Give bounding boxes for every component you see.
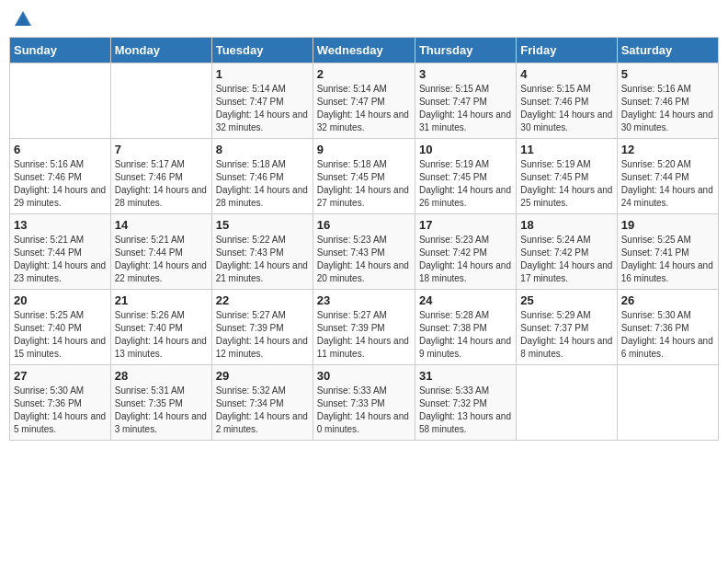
day-number: 16 — [317, 218, 411, 232]
calendar-cell: 18Sunrise: 5:24 AM Sunset: 7:42 PM Dayli… — [517, 214, 617, 290]
calendar-cell: 26Sunrise: 5:30 AM Sunset: 7:36 PM Dayli… — [617, 290, 718, 365]
calendar-cell: 17Sunrise: 5:23 AM Sunset: 7:42 PM Dayli… — [415, 214, 516, 290]
calendar-cell: 15Sunrise: 5:22 AM Sunset: 7:43 PM Dayli… — [211, 214, 313, 290]
calendar-cell: 30Sunrise: 5:33 AM Sunset: 7:33 PM Dayli… — [313, 365, 415, 441]
calendar-cell: 27Sunrise: 5:30 AM Sunset: 7:36 PM Dayli… — [10, 365, 111, 441]
week-row-3: 13Sunrise: 5:21 AM Sunset: 7:44 PM Dayli… — [10, 214, 719, 290]
calendar-table: SundayMondayTuesdayWednesdayThursdayFrid… — [9, 37, 719, 441]
calendar-cell: 5Sunrise: 5:16 AM Sunset: 7:46 PM Daylig… — [617, 63, 718, 139]
day-info: Sunrise: 5:18 AM Sunset: 7:45 PM Dayligh… — [317, 158, 411, 210]
calendar-cell: 23Sunrise: 5:27 AM Sunset: 7:39 PM Dayli… — [313, 290, 415, 365]
calendar-cell: 12Sunrise: 5:20 AM Sunset: 7:44 PM Dayli… — [617, 139, 718, 214]
day-number: 22 — [216, 293, 309, 307]
day-info: Sunrise: 5:32 AM Sunset: 7:34 PM Dayligh… — [216, 385, 309, 436]
calendar-cell: 9Sunrise: 5:18 AM Sunset: 7:45 PM Daylig… — [313, 139, 415, 214]
day-info: Sunrise: 5:19 AM Sunset: 7:45 PM Dayligh… — [419, 158, 512, 210]
column-header-thursday: Thursday — [415, 38, 516, 63]
calendar-cell: 25Sunrise: 5:29 AM Sunset: 7:37 PM Dayli… — [517, 290, 617, 365]
day-number: 14 — [115, 218, 208, 232]
calendar-cell: 24Sunrise: 5:28 AM Sunset: 7:38 PM Dayli… — [415, 290, 516, 365]
day-info: Sunrise: 5:22 AM Sunset: 7:43 PM Dayligh… — [216, 234, 309, 285]
day-number: 27 — [14, 369, 107, 383]
calendar-cell: 14Sunrise: 5:21 AM Sunset: 7:44 PM Dayli… — [110, 214, 211, 290]
day-info: Sunrise: 5:18 AM Sunset: 7:46 PM Dayligh… — [216, 158, 309, 210]
calendar-cell: 20Sunrise: 5:25 AM Sunset: 7:40 PM Dayli… — [10, 290, 111, 365]
day-info: Sunrise: 5:30 AM Sunset: 7:36 PM Dayligh… — [621, 309, 714, 361]
day-info: Sunrise: 5:23 AM Sunset: 7:42 PM Dayligh… — [419, 234, 512, 285]
day-info: Sunrise: 5:15 AM Sunset: 7:46 PM Dayligh… — [520, 83, 612, 134]
calendar-cell: 13Sunrise: 5:21 AM Sunset: 7:44 PM Dayli… — [10, 214, 111, 290]
calendar-cell: 2Sunrise: 5:14 AM Sunset: 7:47 PM Daylig… — [313, 63, 415, 139]
calendar-cell: 22Sunrise: 5:27 AM Sunset: 7:39 PM Dayli… — [211, 290, 313, 365]
calendar-cell: 21Sunrise: 5:26 AM Sunset: 7:40 PM Dayli… — [110, 290, 211, 365]
week-row-5: 27Sunrise: 5:30 AM Sunset: 7:36 PM Dayli… — [10, 365, 719, 441]
day-number: 19 — [621, 218, 714, 232]
column-header-wednesday: Wednesday — [313, 38, 415, 63]
day-number: 9 — [317, 143, 411, 156]
day-info: Sunrise: 5:25 AM Sunset: 7:41 PM Dayligh… — [621, 234, 714, 285]
day-info: Sunrise: 5:27 AM Sunset: 7:39 PM Dayligh… — [216, 309, 309, 361]
day-info: Sunrise: 5:19 AM Sunset: 7:45 PM Dayligh… — [520, 158, 612, 210]
calendar-cell: 3Sunrise: 5:15 AM Sunset: 7:47 PM Daylig… — [415, 63, 516, 139]
day-number: 15 — [216, 218, 309, 232]
column-header-friday: Friday — [517, 38, 617, 63]
calendar-cell: 31Sunrise: 5:33 AM Sunset: 7:32 PM Dayli… — [415, 365, 516, 441]
page-header — [9, 9, 719, 29]
calendar-body: 1Sunrise: 5:14 AM Sunset: 7:47 PM Daylig… — [10, 63, 719, 441]
logo-icon — [13, 9, 33, 29]
day-number: 12 — [621, 143, 714, 156]
calendar-cell: 28Sunrise: 5:31 AM Sunset: 7:35 PM Dayli… — [110, 365, 211, 441]
day-number: 30 — [317, 369, 411, 383]
day-number: 31 — [419, 369, 512, 383]
day-number: 4 — [520, 67, 612, 81]
day-number: 17 — [419, 218, 512, 232]
day-number: 20 — [14, 293, 107, 307]
day-number: 21 — [115, 293, 208, 307]
day-number: 1 — [216, 67, 309, 81]
day-info: Sunrise: 5:14 AM Sunset: 7:47 PM Dayligh… — [216, 83, 309, 134]
calendar-cell: 8Sunrise: 5:18 AM Sunset: 7:46 PM Daylig… — [211, 139, 313, 214]
day-info: Sunrise: 5:31 AM Sunset: 7:35 PM Dayligh… — [115, 385, 208, 436]
calendar-cell: 7Sunrise: 5:17 AM Sunset: 7:46 PM Daylig… — [110, 139, 211, 214]
day-info: Sunrise: 5:33 AM Sunset: 7:32 PM Dayligh… — [419, 385, 512, 436]
day-info: Sunrise: 5:24 AM Sunset: 7:42 PM Dayligh… — [520, 234, 612, 285]
day-number: 6 — [14, 143, 107, 156]
calendar-cell: 16Sunrise: 5:23 AM Sunset: 7:43 PM Dayli… — [313, 214, 415, 290]
day-info: Sunrise: 5:20 AM Sunset: 7:44 PM Dayligh… — [621, 158, 714, 210]
calendar-cell: 11Sunrise: 5:19 AM Sunset: 7:45 PM Dayli… — [517, 139, 617, 214]
logo — [13, 9, 35, 29]
calendar-cell — [617, 365, 718, 441]
week-row-1: 1Sunrise: 5:14 AM Sunset: 7:47 PM Daylig… — [10, 63, 719, 139]
day-info: Sunrise: 5:21 AM Sunset: 7:44 PM Dayligh… — [115, 234, 208, 285]
day-number: 8 — [216, 143, 309, 156]
calendar-cell: 4Sunrise: 5:15 AM Sunset: 7:46 PM Daylig… — [517, 63, 617, 139]
calendar-cell: 1Sunrise: 5:14 AM Sunset: 7:47 PM Daylig… — [211, 63, 313, 139]
day-info: Sunrise: 5:17 AM Sunset: 7:46 PM Dayligh… — [115, 158, 208, 210]
day-number: 25 — [520, 293, 612, 307]
calendar-header-row: SundayMondayTuesdayWednesdayThursdayFrid… — [10, 38, 719, 63]
day-number: 29 — [216, 369, 309, 383]
column-header-saturday: Saturday — [617, 38, 718, 63]
column-header-tuesday: Tuesday — [211, 38, 313, 63]
calendar-cell: 6Sunrise: 5:16 AM Sunset: 7:46 PM Daylig… — [10, 139, 111, 214]
day-info: Sunrise: 5:16 AM Sunset: 7:46 PM Dayligh… — [621, 83, 714, 134]
day-number: 5 — [621, 67, 714, 81]
column-header-monday: Monday — [110, 38, 211, 63]
day-info: Sunrise: 5:25 AM Sunset: 7:40 PM Dayligh… — [14, 309, 107, 361]
calendar-cell: 10Sunrise: 5:19 AM Sunset: 7:45 PM Dayli… — [415, 139, 516, 214]
day-info: Sunrise: 5:27 AM Sunset: 7:39 PM Dayligh… — [317, 309, 411, 361]
day-number: 24 — [419, 293, 512, 307]
day-info: Sunrise: 5:30 AM Sunset: 7:36 PM Dayligh… — [14, 385, 107, 436]
day-number: 2 — [317, 67, 411, 81]
day-number: 28 — [115, 369, 208, 383]
day-number: 13 — [14, 218, 107, 232]
day-number: 3 — [419, 67, 512, 81]
day-info: Sunrise: 5:15 AM Sunset: 7:47 PM Dayligh… — [419, 83, 512, 134]
day-number: 10 — [419, 143, 512, 156]
week-row-4: 20Sunrise: 5:25 AM Sunset: 7:40 PM Dayli… — [10, 290, 719, 365]
day-number: 23 — [317, 293, 411, 307]
day-info: Sunrise: 5:28 AM Sunset: 7:38 PM Dayligh… — [419, 309, 512, 361]
calendar-cell: 19Sunrise: 5:25 AM Sunset: 7:41 PM Dayli… — [617, 214, 718, 290]
day-number: 18 — [520, 218, 612, 232]
calendar-cell — [110, 63, 211, 139]
